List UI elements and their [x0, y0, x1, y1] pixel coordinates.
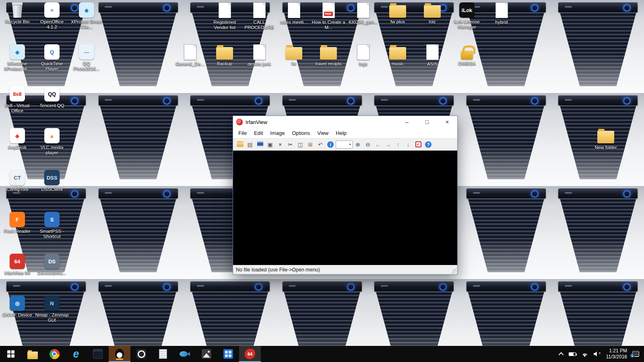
configtool-desktop-icon[interactable]: CTConfigTool	[0, 170, 35, 192]
anydesk-desktop-icon[interactable]: ◆AnyDesk	[0, 128, 35, 150]
menu-view[interactable]: View	[314, 128, 332, 138]
taskbar-internet-explorer[interactable]: e	[65, 346, 87, 362]
tencent-qq-desktop-icon[interactable]: QQTencent QQ	[35, 86, 69, 108]
notification-icon[interactable]: 1	[632, 351, 639, 357]
travel-recipts-desktop-icon[interactable]: travel recipts	[311, 44, 346, 66]
pdf-icon: PDF	[322, 2, 335, 18]
menu-file[interactable]: File	[235, 128, 250, 138]
omega-desktop-icon[interactable]: OMEGA	[450, 44, 484, 66]
fw-plus-desktop-icon[interactable]: fw plus	[380, 2, 415, 25]
how-to-create-desktop-icon[interactable]: PDFHow to Create a M...	[311, 2, 346, 30]
music-desktop-icon[interactable]: music	[380, 44, 415, 66]
toolbar-prev-button[interactable]: ←	[373, 140, 383, 149]
hybrid-desktop-icon[interactable]: hybrid	[484, 2, 519, 25]
toolbar-thumbnails-button[interactable]: ▤	[245, 140, 255, 149]
taskbar-irfanview-64[interactable]: 64	[239, 346, 261, 362]
folder-icon	[389, 47, 406, 60]
deskto-junk-desktop-icon[interactable]: deskto junk	[242, 44, 277, 67]
xprotect-smart-client-desktop-icon[interactable]: ◆XProtect Smart Clie...	[69, 2, 104, 30]
smartpss-shortcut-desktop-icon[interactable]: SSmartPSS - Shortcut	[35, 212, 69, 239]
backup-desktop-icon[interactable]: Backup	[207, 44, 242, 66]
toolbar-cut-button[interactable]: ✂	[285, 140, 295, 149]
network-icon[interactable]	[581, 351, 588, 357]
taskbar-file-explorer[interactable]	[22, 346, 43, 362]
document-icon	[184, 44, 196, 60]
taskbar-start[interactable]	[0, 346, 22, 362]
toolbar-zoom-in-button[interactable]: ⊕	[353, 140, 363, 149]
qq-photo2016-desktop-icon[interactable]: —QQ Photo2016...	[69, 44, 104, 72]
toolbar-delete-button[interactable]: ×	[275, 140, 285, 149]
clock[interactable]: 1:21 PM 11/3/2016	[606, 348, 627, 360]
sales-meeting-desktop-icon[interactable]: sales meeti...	[277, 2, 311, 25]
nmap-zenmap-gui-icon: N	[44, 296, 60, 311]
nmap-zenmap-gui-desktop-icon[interactable]: NNmap - Zenmap GUI	[35, 296, 69, 323]
devicesimu-desktop-icon[interactable]: DSDeviceSimu...	[35, 254, 69, 276]
taskbar-cms-app[interactable]	[217, 346, 239, 362]
minimize-button[interactable]: –	[397, 116, 417, 128]
openoffice-desktop-icon[interactable]: ≈OpenOffice 4.1.2	[35, 2, 69, 30]
toolbar-paste-button[interactable]: ⊞	[305, 140, 315, 149]
irfanview-window[interactable]: IrfanView – □ × FileEditImageOptionsView…	[233, 116, 458, 275]
call-procedure-desktop-icon[interactable]: CALL PROCEDURE	[242, 2, 277, 30]
taskbar-chrome[interactable]	[43, 346, 65, 362]
taskbar-photos[interactable]	[196, 346, 217, 362]
menu-edit[interactable]: Edit	[250, 128, 266, 138]
toolbar-zoom-box-button[interactable]: ▼	[336, 141, 353, 149]
toolbar-next-button[interactable]: →	[383, 140, 393, 149]
photos-app-icon	[202, 349, 211, 359]
taskbar-tencent-qq[interactable]	[109, 346, 130, 362]
menu-image[interactable]: Image	[266, 128, 288, 138]
general-de-desktop-icon[interactable]: General_De...	[173, 44, 207, 67]
document-icon	[357, 44, 369, 60]
recycle-bin-desktop-icon[interactable]: Recycle Bin	[0, 2, 35, 25]
icon-label: XProtect Smart Clie...	[70, 19, 103, 30]
dssclient-desktop-icon[interactable]: DSSDSSClient	[35, 170, 69, 192]
tray-chevron-up-icon[interactable]	[558, 352, 564, 357]
toolbar-batch-check-button[interactable]: ✓	[413, 140, 423, 149]
asis-desktop-icon[interactable]: ASIS	[415, 44, 450, 67]
toolbar-page-up-button[interactable]: ↑	[393, 140, 403, 149]
quicktime-player-desktop-icon[interactable]: QQuickTime Player	[35, 44, 69, 72]
taskbar-notepad[interactable]	[152, 346, 174, 362]
toolbar-info-button[interactable]: i	[326, 140, 335, 149]
toolbar-copy-button[interactable]: ◫	[295, 140, 305, 149]
ilok-license-manager-desktop-icon[interactable]: iLokiLok License Manager	[450, 2, 484, 30]
toolbar-save-button[interactable]	[255, 140, 265, 149]
taskbar-console-app[interactable]	[87, 346, 109, 362]
toolbar-open-button[interactable]	[235, 140, 245, 149]
image-area[interactable]	[233, 151, 457, 265]
window-titlebar[interactable]: IrfanView – □ ×	[233, 116, 457, 128]
status-text: No file loaded (use File->Open menu)	[236, 267, 320, 273]
new-folder-desktop-icon[interactable]: New folder	[588, 128, 623, 150]
toolbar-page-down-button[interactable]: ↓	[403, 140, 413, 149]
8x8-virtual-office-desktop-icon[interactable]: 8x88x8 - Virtual Office	[0, 86, 35, 114]
vlc-media-player-desktop-icon[interactable]: ▲VLC media player	[35, 128, 69, 155]
430296-gen-desktop-icon[interactable]: 430296_gen...	[346, 2, 380, 25]
toolbar-help-button[interactable]: ?	[423, 140, 433, 149]
taskbar-fish-app[interactable]	[174, 346, 196, 362]
battery-icon[interactable]	[569, 352, 576, 356]
logs-desktop-icon[interactable]: logs	[346, 44, 380, 67]
taskbar-media-app[interactable]	[130, 346, 152, 362]
menu-help[interactable]: Help	[332, 128, 350, 138]
icon-label: QuickTime Player	[35, 61, 69, 72]
close-button[interactable]: ×	[437, 116, 457, 128]
openoffice-icon: ≈	[44, 2, 60, 18]
maximize-button[interactable]: □	[417, 116, 437, 128]
resize-grip[interactable]	[452, 269, 457, 274]
irfanview-64-desktop-desktop-icon[interactable]: 64IrfanView 64	[0, 254, 35, 276]
menu-options[interactable]: Options	[289, 128, 314, 138]
registered-vendor-list-desktop-icon[interactable]: Registered Vendor list	[207, 2, 242, 30]
milestone-xprotect-desktop-icon[interactable]: ◆Milestone XProtect M...	[0, 44, 35, 72]
fw-desktop-icon[interactable]: fw	[277, 44, 311, 66]
toolbar-print-button[interactable]: ▣	[265, 140, 275, 149]
lolz-desktop-icon[interactable]: lolz	[415, 2, 450, 25]
onvif-device-desktop-icon[interactable]: ◎ONVIF Device ...	[0, 296, 35, 323]
toolbar-zoom-out-button[interactable]: ⊖	[363, 140, 373, 149]
folder-icon	[389, 5, 406, 18]
devicesimu-icon: DS	[44, 254, 60, 269]
toolbar-undo-button[interactable]: ↶	[316, 140, 325, 149]
volume-icon[interactable]: ×	[594, 351, 601, 357]
notepad-icon	[159, 349, 167, 359]
foxit-reader-desktop-icon[interactable]: FFoxit Reader	[0, 212, 35, 234]
